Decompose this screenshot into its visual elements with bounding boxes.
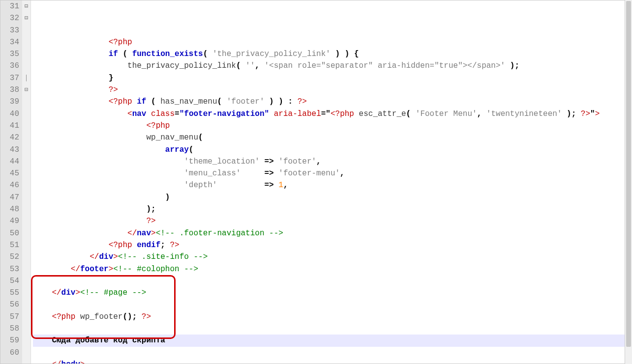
- line-number: 56: [2, 299, 19, 310]
- fold-empty: [22, 156, 30, 168]
- code-line[interactable]: ?>: [33, 215, 632, 227]
- code-line[interactable]: the_privacy_policy_link( '', '<span role…: [33, 60, 632, 72]
- line-number: 39: [2, 96, 19, 108]
- line-number: 35: [2, 48, 19, 60]
- line-number: 41: [2, 120, 19, 132]
- line-number: 44: [2, 156, 19, 168]
- fold-marker[interactable]: ⊟: [22, 84, 30, 96]
- code-line[interactable]: 'depth' => 1,: [33, 179, 632, 191]
- fold-empty: [22, 335, 30, 346]
- fold-empty: [22, 48, 30, 60]
- fold-empty: [22, 179, 30, 191]
- code-line[interactable]: [33, 275, 632, 287]
- line-number: 31: [2, 0, 19, 12]
- scrollbar-thumb[interactable]: [626, 1, 631, 347]
- fold-marker[interactable]: ⊟: [22, 0, 30, 12]
- fold-empty: [22, 275, 30, 287]
- fold-empty: [22, 287, 30, 299]
- line-number: 57: [2, 311, 19, 323]
- code-line[interactable]: ?>: [33, 84, 632, 96]
- code-line[interactable]: 'theme_location' => 'footer',: [33, 156, 632, 168]
- fold-empty: [22, 347, 30, 359]
- fold-empty: [22, 96, 30, 108]
- fold-empty: [22, 323, 30, 335]
- code-line[interactable]: [33, 299, 632, 310]
- line-number: 32: [2, 12, 19, 24]
- line-number: 37: [2, 72, 19, 84]
- code-line[interactable]: </div><!-- #page -->: [33, 287, 632, 299]
- code-line[interactable]: );: [33, 203, 632, 215]
- line-number: 58: [2, 323, 19, 335]
- line-number: 55: [2, 287, 19, 299]
- code-line[interactable]: wp_nav_menu(: [33, 132, 632, 143]
- line-number: 54: [2, 275, 19, 287]
- fold-empty: [22, 251, 30, 263]
- code-line[interactable]: array(: [33, 144, 632, 156]
- line-number: 52: [2, 251, 19, 263]
- code-line[interactable]: <?php if ( has_nav_menu( 'footer' ) ) : …: [33, 96, 632, 108]
- fold-empty: [22, 144, 30, 156]
- fold-empty: [22, 299, 30, 310]
- code-line[interactable]: [33, 347, 632, 359]
- fold-gutter[interactable]: ⊟⊟│⊟: [22, 0, 31, 364]
- fold-marker[interactable]: │: [22, 72, 30, 84]
- fold-empty: [22, 192, 30, 203]
- fold-empty: [22, 239, 30, 251]
- code-line[interactable]: </div><!-- .site-info -->: [33, 251, 632, 263]
- fold-empty: [22, 108, 30, 120]
- fold-empty: [22, 36, 30, 48]
- vertical-scrollbar[interactable]: [625, 0, 632, 364]
- fold-empty: [22, 227, 30, 239]
- code-line[interactable]: </nav><!-- .footer-navigation -->: [33, 227, 632, 239]
- line-number: 53: [2, 263, 19, 275]
- line-number: 34: [2, 36, 19, 48]
- code-line[interactable]: <?php wp_footer(); ?>: [33, 311, 632, 323]
- line-number: 49: [2, 215, 19, 227]
- fold-empty: [22, 168, 30, 179]
- line-number: 42: [2, 132, 19, 143]
- line-number: 59: [2, 335, 19, 346]
- line-number: 47: [2, 192, 19, 203]
- line-number: 43: [2, 144, 19, 156]
- fold-empty: [22, 25, 30, 36]
- line-number: 46: [2, 179, 19, 191]
- line-number: 48: [2, 203, 19, 215]
- line-number: 40: [2, 108, 19, 120]
- code-line[interactable]: if ( function_exists( 'the_privacy_polic…: [33, 48, 632, 60]
- line-number: 38: [2, 84, 19, 96]
- code-line[interactable]: <?php endif; ?>: [33, 239, 632, 251]
- code-editor[interactable]: 3132333435363738394041424344454647484950…: [0, 0, 632, 364]
- line-number: 50: [2, 227, 19, 239]
- fold-marker[interactable]: ⊟: [22, 12, 30, 24]
- fold-empty: [22, 311, 30, 323]
- fold-empty: [22, 132, 30, 143]
- code-line[interactable]: Сюда добавте код скрипта: [33, 335, 632, 346]
- line-number: 36: [2, 60, 19, 72]
- fold-empty: [22, 120, 30, 132]
- line-number: 60: [2, 347, 19, 359]
- code-line[interactable]: }: [33, 72, 632, 84]
- line-number: 51: [2, 239, 19, 251]
- line-number-gutter: 3132333435363738394041424344454647484950…: [0, 0, 22, 364]
- line-number: 33: [2, 25, 19, 36]
- code-line[interactable]: ): [33, 192, 632, 203]
- fold-empty: [22, 203, 30, 215]
- code-line[interactable]: 'menu_class' => 'footer-menu',: [33, 168, 632, 179]
- code-line[interactable]: </body>: [33, 359, 632, 364]
- fold-empty: [22, 215, 30, 227]
- line-number: 45: [2, 168, 19, 179]
- fold-empty: [22, 60, 30, 72]
- code-line[interactable]: <?php: [33, 120, 632, 132]
- fold-empty: [22, 263, 30, 275]
- code-area[interactable]: <?php if ( function_exists( 'the_privacy…: [31, 0, 632, 364]
- code-line[interactable]: <nav class="footer-navigation" aria-labe…: [33, 108, 632, 120]
- code-line[interactable]: <?php: [33, 36, 632, 48]
- code-line[interactable]: [33, 323, 632, 335]
- code-line[interactable]: </footer><!-- #colophon -->: [33, 263, 632, 275]
